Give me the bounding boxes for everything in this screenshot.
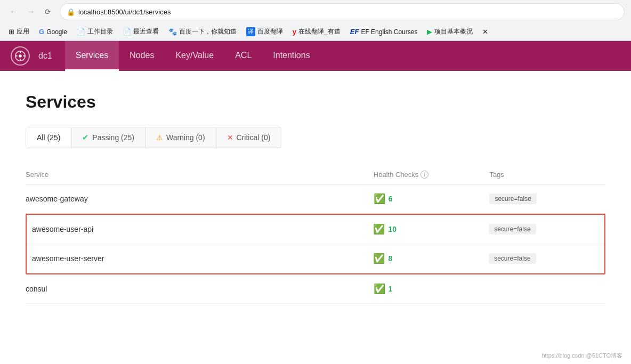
health-pass-icon: ✅	[374, 193, 385, 205]
table-row-selected-wrapper: awesome-user-api ✅ 10 secure=false	[26, 214, 605, 275]
service-name: consul	[26, 285, 47, 293]
table-row[interactable]: consul ✅ 1	[26, 274, 605, 304]
address-bar[interactable]: 🔒 localhost:8500/ui/dc1/services	[60, 3, 625, 20]
dc-label: dc1	[38, 51, 52, 61]
bookmarks-bar: ⊞ 应用 G Google 📄 工作目录 📄 最近查看 🐾 百度一下，你就知道 …	[0, 23, 631, 41]
bookmark-google-label: Google	[46, 28, 67, 36]
bookmark-recent-label: 最近查看	[133, 27, 159, 36]
bookmark-recent[interactable]: 📄 最近查看	[118, 26, 163, 38]
x-icon: ✕	[482, 28, 488, 36]
selected-rows-table: awesome-user-api ✅ 10 secure=false	[27, 215, 604, 273]
nav-services-label: Services	[76, 51, 108, 60]
browser-chrome: ← → ⟳ 🔒 localhost:8500/ui/dc1/services ⊞…	[0, 0, 631, 41]
th-health-checks: Health Checks i	[374, 165, 490, 184]
service-name: awesome-user-server	[32, 254, 104, 263]
nav-item-intentions[interactable]: Intentions	[262, 41, 320, 71]
filter-warning[interactable]: ⚠ Warning (0)	[145, 127, 216, 148]
nav-nodes-label: Nodes	[130, 51, 154, 60]
nav-buttons: ← → ⟳	[6, 4, 55, 19]
bookmark-translate-label: 百度翻译	[257, 27, 283, 36]
recent-icon: 📄	[123, 28, 131, 36]
selected-group: awesome-user-api ✅ 10 secure=false	[26, 214, 605, 274]
bookmark-youdao-label: 在线翻译_有道	[298, 27, 341, 36]
bookmark-apps-label: 应用	[17, 27, 29, 36]
reload-button[interactable]: ⟳	[41, 4, 55, 19]
filter-bar: All (25) ✔ Passing (25) ⚠ Warning (0) ✕ …	[26, 127, 281, 148]
nav-item-acl[interactable]: ACL	[224, 41, 262, 71]
bookmark-baidu-label: 百度一下，你就知道	[179, 27, 237, 36]
back-button[interactable]: ←	[6, 4, 21, 19]
bookmark-baidu[interactable]: 🐾 百度一下，你就知道	[164, 26, 241, 38]
health-pass-icon: ✅	[373, 223, 385, 235]
th-tags: Tags	[489, 165, 605, 184]
lock-icon: 🔒	[67, 8, 75, 16]
health-count: 10	[388, 225, 397, 233]
work-icon: 📄	[77, 28, 85, 36]
service-name: awesome-gateway	[26, 195, 88, 203]
health-pass-icon: ✅	[374, 283, 385, 295]
translate-icon: 译	[246, 27, 255, 36]
main-content: Services All (25) ✔ Passing (25) ⚠ Warni…	[0, 71, 631, 325]
bookmark-google[interactable]: G Google	[35, 26, 71, 37]
url-text: localhost:8500/ui/dc1/services	[78, 8, 618, 16]
health-cell: ✅ 10	[373, 223, 482, 235]
project-icon: ▶	[427, 28, 432, 36]
health-cell: ✅ 8	[373, 253, 482, 264]
bookmark-ef-label: EF English Courses	[361, 28, 417, 36]
google-icon: G	[39, 28, 44, 36]
health-info-icon[interactable]: i	[420, 171, 428, 179]
nav-item-keyvalue[interactable]: Key/Value	[165, 41, 224, 71]
bookmark-ef[interactable]: EF EF English Courses	[346, 26, 422, 37]
bookmark-translate[interactable]: 译 百度翻译	[242, 26, 287, 38]
baidu-icon: 🐾	[168, 28, 177, 36]
service-name: awesome-user-api	[32, 225, 93, 233]
th-service: Service	[26, 165, 374, 184]
browser-toolbar: ← → ⟳ 🔒 localhost:8500/ui/dc1/services	[0, 0, 631, 23]
nav-item-services[interactable]: Services	[65, 41, 119, 71]
filter-critical[interactable]: ✕ Critical (0)	[216, 127, 281, 148]
tag-badge: secure=false	[489, 193, 536, 204]
table-row[interactable]: awesome-gateway ✅ 6 secure=false	[26, 184, 605, 214]
health-count: 1	[389, 285, 393, 293]
consul-logo	[11, 46, 30, 66]
forward-button[interactable]: →	[23, 4, 38, 19]
table-header: Service Health Checks i Tags	[26, 165, 605, 184]
svg-point-1	[19, 54, 22, 58]
health-cell: ✅ 6	[374, 193, 483, 205]
nav-item-nodes[interactable]: Nodes	[119, 41, 165, 71]
filter-all-label: All (25)	[37, 133, 60, 142]
nav-acl-label: ACL	[235, 51, 252, 60]
youdao-icon: y	[293, 28, 296, 36]
health-cell: ✅ 1	[374, 283, 483, 295]
nav-intentions-label: Intentions	[273, 51, 310, 60]
services-table: Service Health Checks i Tags awesome-gat…	[26, 165, 605, 304]
tag-badge: secure=false	[489, 224, 536, 234]
consul-navbar: dc1 Services Nodes Key/Value ACL Intenti…	[0, 41, 631, 71]
table-row[interactable]: awesome-user-server ✅ 8 secure=false	[27, 244, 604, 273]
bookmark-project-label: 项目基本概况	[434, 27, 473, 36]
tag-badge: secure=false	[489, 253, 536, 264]
bookmark-youdao[interactable]: y 在线翻译_有道	[288, 26, 345, 38]
bookmark-x[interactable]: ✕	[478, 26, 492, 37]
health-pass-icon: ✅	[373, 253, 385, 264]
filter-all[interactable]: All (25)	[26, 127, 71, 148]
table-row[interactable]: awesome-user-api ✅ 10 secure=false	[27, 215, 604, 244]
bookmark-work[interactable]: 📄 工作目录	[72, 26, 117, 38]
page-title: Services	[26, 92, 605, 112]
bookmark-work-label: 工作目录	[87, 27, 113, 36]
health-count: 6	[389, 195, 393, 203]
passing-icon: ✔	[82, 133, 89, 142]
warning-icon: ⚠	[156, 133, 163, 142]
critical-icon: ✕	[227, 133, 233, 142]
table-body: awesome-gateway ✅ 6 secure=false	[26, 184, 605, 304]
health-count: 8	[388, 254, 392, 263]
apps-icon: ⊞	[9, 28, 14, 36]
bookmark-project[interactable]: ▶ 项目基本概况	[423, 26, 477, 38]
filter-critical-label: Critical (0)	[237, 133, 271, 142]
filter-passing-label: Passing (25)	[92, 133, 134, 142]
ef-icon: EF	[350, 28, 359, 36]
bookmark-apps[interactable]: ⊞ 应用	[4, 26, 34, 38]
filter-passing[interactable]: ✔ Passing (25)	[71, 127, 145, 148]
filter-warning-label: Warning (0)	[166, 133, 205, 142]
main-nav: Services Nodes Key/Value ACL Intentions	[65, 41, 321, 71]
